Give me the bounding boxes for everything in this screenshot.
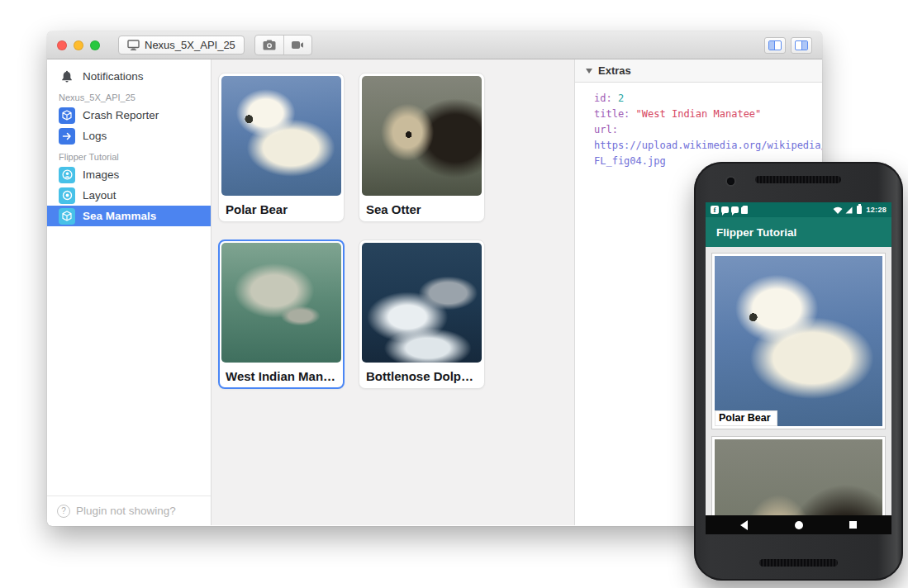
cellular-icon <box>845 206 853 214</box>
bell-icon <box>59 70 75 83</box>
monitor-icon <box>127 40 140 50</box>
stage: Nexus_5X_API_25 <box>0 0 908 588</box>
extras-header[interactable]: Extras <box>575 59 822 83</box>
sidebar-item-label: Sea Mammals <box>83 210 156 222</box>
plugin-help-link[interactable]: ? Plugin not showing? <box>47 496 211 525</box>
code-key: url: <box>594 124 618 135</box>
traffic-lights <box>57 40 100 50</box>
phone-app-bar: Flipper Tutorial <box>706 217 891 247</box>
phone-content: Polar Bear <box>706 247 891 515</box>
chat-icon <box>721 206 729 213</box>
card-polar-bear[interactable]: Polar Bear <box>218 73 345 222</box>
extras-code: id: 2 title: "West Indian Manatee" url: … <box>575 83 822 169</box>
main-content: Polar Bear Sea Otter West Indian Manatee… <box>212 59 574 525</box>
sidebar-item-label: Images <box>83 168 119 181</box>
panel-toggles <box>764 37 812 54</box>
triangle-down-icon <box>586 69 592 74</box>
sidebar-item-sea-mammals[interactable]: Sea Mammals <box>47 206 211 226</box>
card-west-indian-manatee[interactable]: West Indian Manatee <box>218 239 345 389</box>
card-title: West Indian Manatee <box>221 363 341 383</box>
phone-nav-bar <box>706 515 891 534</box>
screenshot-button[interactable] <box>255 36 283 55</box>
home-icon[interactable] <box>795 521 803 529</box>
battery-icon <box>857 206 862 214</box>
chat-icon <box>731 206 739 213</box>
wifi-icon <box>833 206 843 214</box>
sidebar-item-label: Crash Reporter <box>83 109 159 121</box>
phone-card-sea-otter[interactable] <box>711 436 886 515</box>
android-phone: f 12:28 Flipper Tutorial <box>694 162 903 581</box>
sidebar-section-device: Nexus_5X_API_25 <box>47 87 211 105</box>
zoom-button[interactable] <box>90 40 100 50</box>
code-key: id: <box>594 92 612 104</box>
manatee-image <box>221 243 341 363</box>
polar-bear-image <box>715 256 882 426</box>
bottom-speaker <box>759 559 838 567</box>
screen-record-button[interactable] <box>283 36 311 55</box>
sd-card-icon <box>741 206 748 214</box>
polar-bear-image <box>221 76 341 196</box>
sidebar-item-notifications[interactable]: Notifications <box>47 66 211 87</box>
card-title: Polar Bear <box>221 196 341 216</box>
code-string: "West Indian Manatee" <box>636 108 762 120</box>
code-line-id: id: 2 <box>594 91 822 107</box>
sea-otter-image <box>715 439 882 515</box>
cube-icon <box>59 107 75 124</box>
plugin-help-label: Plugin not showing? <box>76 505 176 517</box>
capture-controls <box>254 35 312 55</box>
code-number: 2 <box>618 92 624 104</box>
device-selector-button[interactable]: Nexus_5X_API_25 <box>118 36 245 55</box>
code-url: FL_fig04.jpg <box>594 155 666 167</box>
code-key: title: <box>594 108 630 120</box>
sidebar-item-images[interactable]: Images <box>47 164 211 185</box>
status-bar-time: 12:28 <box>866 206 887 214</box>
facebook-icon: f <box>711 206 719 214</box>
sidebar-item-logs[interactable]: Logs <box>47 126 211 146</box>
sidebar-section-tutorial: Flipper Tutorial <box>47 146 211 164</box>
cube-icon <box>59 208 75 225</box>
code-line-url-1: https://upload.wikimedia.org/wikipedia/c… <box>594 138 822 154</box>
code-line-url-key: url: <box>594 122 822 138</box>
sea-otter-image <box>362 76 482 196</box>
phone-status-bar: f 12:28 <box>706 202 891 217</box>
sidebar: Notifications Nexus_5X_API_25 Crash Repo… <box>47 59 212 525</box>
card-title: Sea Otter <box>362 196 482 216</box>
sidebar-item-label: Notifications <box>83 70 144 83</box>
code-url: https://upload.wikimedia.org/wikipedia/c… <box>594 140 822 151</box>
back-icon[interactable] <box>740 520 748 530</box>
dolphin-image <box>362 243 482 363</box>
card-title: Bottlenose Dolphin <box>362 363 482 383</box>
recents-icon[interactable] <box>849 521 857 529</box>
minimize-button[interactable] <box>74 40 83 50</box>
close-button[interactable] <box>57 40 67 50</box>
sidebar-item-layout[interactable]: Layout <box>47 185 211 206</box>
camera-icon <box>263 40 276 50</box>
phone-app-title: Flipper Tutorial <box>716 226 796 239</box>
phone-card-label: Polar Bear <box>715 410 777 426</box>
titlebar: Nexus_5X_API_25 <box>47 31 822 59</box>
arrow-right-icon <box>59 128 75 145</box>
sidebar-item-crash-reporter[interactable]: Crash Reporter <box>47 105 211 126</box>
extras-header-label: Extras <box>598 64 631 77</box>
card-bottlenose-dolphin[interactable]: Bottlenose Dolphin <box>359 239 485 389</box>
target-icon <box>59 187 75 204</box>
toggle-left-panel-button[interactable] <box>764 37 786 54</box>
phone-card-polar-bear[interactable]: Polar Bear <box>711 253 886 429</box>
sidebar-item-label: Logs <box>83 130 107 142</box>
card-grid: Polar Bear Sea Otter West Indian Manatee… <box>218 73 574 389</box>
card-sea-otter[interactable]: Sea Otter <box>359 73 485 222</box>
panel-left-icon <box>768 40 782 50</box>
code-line-title: title: "West Indian Manatee" <box>594 107 822 122</box>
toggle-right-panel-button[interactable] <box>791 37 812 54</box>
panel-right-icon <box>795 40 808 50</box>
question-circle-icon: ? <box>57 505 70 518</box>
sidebar-item-label: Layout <box>83 189 116 202</box>
phone-screen: f 12:28 Flipper Tutorial <box>706 202 891 534</box>
video-camera-icon <box>291 40 304 50</box>
earpiece-speaker <box>755 176 841 183</box>
front-camera-icon <box>727 178 734 185</box>
avatar-circle-icon <box>59 167 75 183</box>
device-selector-label: Nexus_5X_API_25 <box>145 39 235 51</box>
